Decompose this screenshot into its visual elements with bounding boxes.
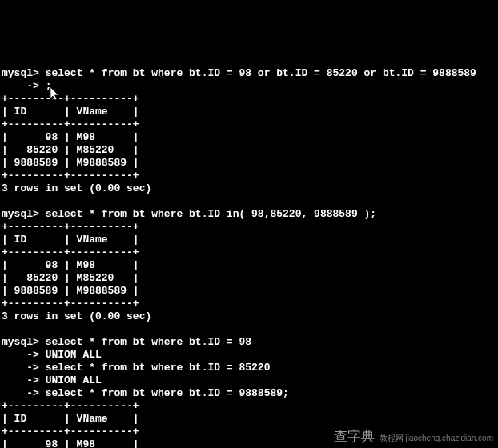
sql-query-1-line2: ; [46, 80, 52, 92]
table-row: | 98 | M98 | [2, 131, 139, 143]
table-sep: +---------+----------+ [2, 246, 139, 258]
sql-query-3-line2: UNION ALL [46, 349, 102, 361]
table-sep: +---------+----------+ [2, 426, 139, 438]
sql-query-3-line1: select * from bt where bt.ID = 98 [46, 336, 251, 348]
rows-in-set: 3 rows in set (0.00 sec) [2, 310, 151, 322]
sql-query-3-line4: UNION ALL [46, 374, 102, 386]
table-row: | 85220 | M85220 | [2, 272, 139, 284]
table-row: | 98 | M98 | [2, 259, 139, 271]
sql-cont-prompt: -> [2, 387, 39, 399]
sql-query-3-line5: select * from bt where bt.ID = 9888589; [46, 387, 289, 399]
sql-query-1-line1: select * from bt where bt.ID = 98 or bt.… [46, 67, 476, 79]
sql-query-2: select * from bt where bt.ID in( 98,8522… [46, 208, 376, 220]
sql-query-3-line3: select * from bt where bt.ID = 85220 [46, 362, 271, 374]
table-sep: +---------+----------+ [2, 400, 139, 412]
table-sep: +---------+----------+ [2, 93, 139, 105]
sql-cont-prompt: -> [2, 349, 39, 361]
table-row: | 9888589 | M9888589 | [2, 285, 139, 297]
sql-prompt: mysql> [2, 67, 39, 79]
table-row: | 98 | M98 | [2, 438, 139, 448]
table-sep: +---------+----------+ [2, 118, 139, 130]
sql-cont-prompt: -> [2, 374, 39, 386]
sql-prompt: mysql> [2, 336, 39, 348]
sql-cont-prompt: -> [2, 362, 39, 374]
sql-cont-prompt: -> [2, 80, 39, 92]
table-header: | ID | VName | [2, 413, 139, 425]
table-header: | ID | VName | [2, 106, 139, 118]
terminal-output: mysql> select * from bt where bt.ID = 98… [2, 54, 496, 448]
table-sep: +---------+----------+ [2, 298, 139, 310]
table-header: | ID | VName | [2, 234, 139, 246]
sql-prompt: mysql> [2, 208, 39, 220]
table-sep: +---------+----------+ [2, 221, 139, 233]
table-row: | 9888589 | M9888589 | [2, 157, 139, 169]
table-sep: +---------+----------+ [2, 170, 139, 182]
rows-in-set: 3 rows in set (0.00 sec) [2, 182, 151, 194]
table-row: | 85220 | M85220 | [2, 144, 139, 156]
